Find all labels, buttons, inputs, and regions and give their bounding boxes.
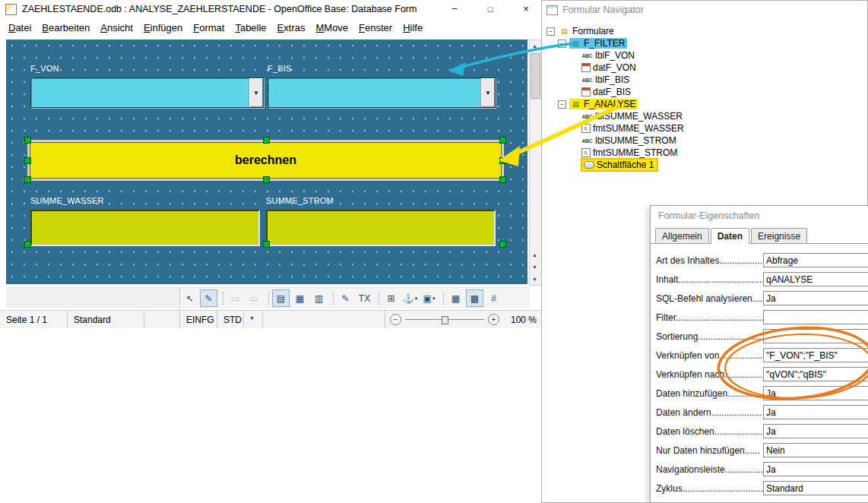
prop-value-input[interactable] bbox=[763, 405, 868, 419]
menu-einf-gen[interactable]: Einfügen bbox=[138, 21, 188, 35]
tree-item-f-filter[interactable]: −F_FILTER bbox=[543, 37, 866, 49]
dropdown-arrow-icon[interactable] bbox=[249, 78, 263, 107]
select-cursor-icon[interactable]: ↖ bbox=[181, 289, 198, 307]
properties-title[interactable]: Formular-Eigenschaften bbox=[651, 206, 868, 226]
menu-tabelle[interactable]: Tabelle bbox=[230, 21, 271, 35]
selection-handle[interactable] bbox=[263, 241, 270, 248]
prop-value-input[interactable] bbox=[763, 481, 868, 495]
horizontal-scrollbar[interactable] bbox=[6, 288, 180, 308]
tree-item-datf-bis[interactable]: datF_BIS bbox=[543, 86, 866, 98]
prop-value-input[interactable] bbox=[763, 291, 868, 305]
label-summe-wasser[interactable]: SUMME_WASSER bbox=[30, 196, 104, 205]
form-properties-icon[interactable]: ▤ bbox=[272, 289, 290, 307]
control-wizards-icon[interactable]: ▭ bbox=[227, 289, 244, 307]
label-field-icon[interactable]: TX bbox=[356, 289, 373, 307]
form-design-canvas[interactable]: F_VON F_BIS berechnen SUMME_WASSER SUMME… bbox=[6, 40, 527, 284]
tree-item-schaltfl-che-1[interactable]: Schaltfläche 1 bbox=[543, 159, 866, 171]
tree-item-f-analyse[interactable]: −F_ANALYSE bbox=[543, 98, 866, 110]
menu-datei[interactable]: Datei bbox=[3, 21, 36, 35]
selection-handle[interactable] bbox=[499, 241, 506, 248]
label-summe-strom[interactable]: SUMME_STROM bbox=[266, 196, 334, 205]
scroll-down-icon[interactable] bbox=[530, 261, 540, 273]
selection-handle[interactable] bbox=[499, 176, 506, 183]
prop-value-input[interactable] bbox=[763, 329, 868, 343]
selection-handle[interactable] bbox=[263, 176, 270, 183]
helplines-icon[interactable]: # bbox=[485, 289, 502, 307]
insert-image-icon[interactable]: ▣▾ bbox=[420, 289, 438, 307]
tree-item-fmtsumme-wasser[interactable]: fmtSUMME_WASSER bbox=[543, 122, 866, 134]
dropdown-arrow-icon[interactable] bbox=[480, 78, 495, 107]
anchor-icon[interactable]: ⚓▾ bbox=[401, 289, 419, 307]
field-summe-strom[interactable] bbox=[266, 210, 496, 246]
form-navigator-icon[interactable]: ⊞ bbox=[382, 289, 400, 307]
zoom-in-button[interactable]: + bbox=[488, 314, 499, 325]
snap-to-grid-icon[interactable]: ▩ bbox=[466, 289, 483, 307]
combo-f-von[interactable] bbox=[30, 78, 264, 108]
selection-handle[interactable] bbox=[24, 176, 31, 183]
vertical-scrollbar[interactable] bbox=[529, 40, 542, 286]
dropdown-arrow-icon[interactable]: ▾ bbox=[415, 296, 418, 302]
expand-icon[interactable]: − bbox=[546, 27, 555, 36]
insert-mode[interactable]: EINFG bbox=[180, 311, 217, 328]
selection-handle[interactable] bbox=[499, 137, 506, 144]
tab-ereignisse[interactable]: Ereignisse bbox=[751, 228, 807, 243]
menu-extras[interactable]: Extras bbox=[272, 21, 311, 35]
dropdown-arrow-icon[interactable]: ▾ bbox=[432, 296, 436, 302]
expand-icon[interactable]: − bbox=[558, 100, 566, 109]
selection-handle[interactable] bbox=[499, 157, 506, 164]
prop-value-input[interactable] bbox=[763, 348, 868, 362]
field-summe-wasser[interactable] bbox=[30, 210, 260, 246]
zoom-out-button[interactable]: − bbox=[390, 314, 401, 325]
menu-hilfe[interactable]: Hilfe bbox=[398, 21, 428, 35]
menu-format[interactable]: Format bbox=[188, 21, 230, 35]
tab-daten[interactable]: Daten bbox=[711, 228, 749, 244]
zoom-slider-thumb[interactable] bbox=[442, 316, 448, 324]
scroll-up-icon[interactable] bbox=[530, 40, 540, 52]
expand-icon[interactable]: − bbox=[558, 40, 566, 48]
prop-value-input[interactable] bbox=[763, 462, 868, 476]
scrollbar-thumb[interactable] bbox=[531, 53, 540, 99]
prop-value-input[interactable] bbox=[763, 386, 868, 400]
prop-value-input[interactable] bbox=[763, 443, 868, 457]
maximize-button[interactable]: □ bbox=[477, 0, 503, 18]
tree-item-formulare[interactable]: −Formulare bbox=[543, 25, 866, 37]
label-f-bis[interactable]: F_BIS bbox=[268, 64, 292, 73]
prop-value-input[interactable] bbox=[763, 272, 868, 286]
selection-handle[interactable] bbox=[24, 137, 31, 144]
menu-fenster[interactable]: Fenster bbox=[353, 21, 398, 35]
menu-ansicht[interactable]: Ansicht bbox=[95, 21, 138, 35]
tree-item-fmtsumme-strom[interactable]: fmtSUMME_STROM bbox=[543, 147, 866, 159]
tab-allgemein[interactable]: Allgemein bbox=[655, 228, 709, 243]
combo-f-von-value[interactable] bbox=[31, 78, 249, 107]
scroll-up-icon[interactable] bbox=[530, 249, 540, 261]
activation-order-icon[interactable]: ✎ bbox=[337, 289, 354, 307]
menu-mmove[interactable]: MMove bbox=[310, 21, 353, 35]
selection-mode[interactable]: STD bbox=[217, 311, 244, 328]
prop-value-input[interactable] bbox=[763, 310, 868, 324]
tree-item-datf-von[interactable]: datF_VON bbox=[543, 62, 866, 74]
display-grid-icon[interactable]: ▦ bbox=[447, 289, 464, 307]
selection-handle[interactable] bbox=[263, 137, 270, 144]
zoom-slider[interactable] bbox=[405, 315, 484, 324]
prop-value-input[interactable] bbox=[763, 253, 868, 267]
tree-item-lblsumme-strom[interactable]: lblSUMME_STROM bbox=[543, 134, 866, 147]
navigator-title-bar[interactable]: Formular Navigator bbox=[542, 1, 867, 19]
design-mode-icon[interactable]: ✎ bbox=[200, 289, 217, 307]
tree-item-lblf-von[interactable]: lblF_VON bbox=[543, 49, 866, 62]
selection-handle[interactable] bbox=[24, 157, 31, 164]
prop-value-input[interactable] bbox=[763, 367, 868, 381]
page-style[interactable]: Standard bbox=[68, 311, 144, 328]
minimize-button[interactable]: − bbox=[442, 0, 467, 18]
add-field-icon[interactable]: ▦ bbox=[291, 289, 309, 307]
form-design-tools-icon[interactable]: ▭ bbox=[246, 289, 263, 307]
combo-f-bis[interactable] bbox=[268, 78, 496, 108]
label-f-von[interactable]: F_VON bbox=[30, 64, 59, 73]
prop-value-input[interactable] bbox=[763, 424, 868, 438]
berechnen-button[interactable]: berechnen bbox=[27, 140, 504, 181]
title-bar[interactable]: ZAEHLESTAENDE.odb : ANALYSE_ZAEHLERSTAEN… bbox=[0, 0, 541, 18]
menu-bearbeiten[interactable]: Bearbeiten bbox=[36, 21, 95, 35]
close-button[interactable]: × bbox=[513, 0, 539, 18]
tree-item-lblf-bis[interactable]: lblF_BIS bbox=[543, 74, 866, 86]
combo-f-bis-value[interactable] bbox=[268, 78, 480, 107]
scroll-down-icon[interactable] bbox=[530, 274, 540, 285]
